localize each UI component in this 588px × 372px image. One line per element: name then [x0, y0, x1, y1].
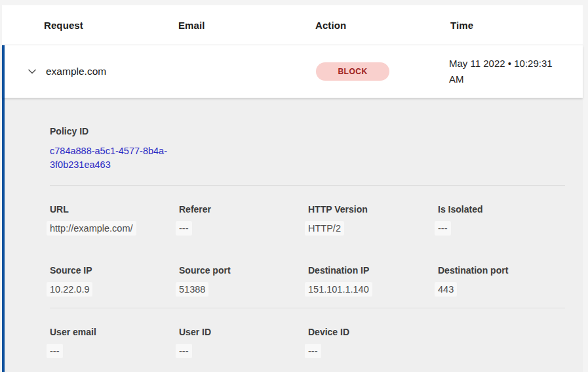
time-cell: May 11 2022 • 10:29:31 AM: [449, 56, 566, 87]
policy-id-link[interactable]: c784a888-a5c1-4577-8b4a-3f0b231ea463: [50, 144, 181, 172]
field-user-email: User email ---: [50, 327, 179, 369]
column-header-action: Action: [315, 20, 450, 31]
field-destination-ip: Destination IP 151.101.1.140: [308, 265, 438, 308]
table-header-row: Request Email Action Time: [2, 5, 583, 45]
expand-toggle[interactable]: [27, 66, 46, 77]
request-domain: example.com: [46, 66, 179, 77]
field-user-id: User ID ---: [179, 327, 308, 369]
policy-id-field: Policy ID c784a888-a5c1-4577-8b4a-3f0b23…: [50, 126, 565, 172]
table-row[interactable]: example.com BLOCK May 11 2022 • 10:29:31…: [2, 45, 583, 98]
action-cell: BLOCK: [316, 62, 449, 81]
field-spacer: [438, 327, 565, 369]
column-header-time: Time: [450, 20, 583, 31]
column-header-email: Email: [178, 20, 315, 31]
request-logs-table: Request Email Action Time example.com BL…: [0, 0, 588, 372]
field-is-isolated: Is Isolated ---: [438, 204, 565, 247]
chevron-down-icon: [27, 66, 37, 77]
field-device-id: Device ID ---: [308, 327, 438, 369]
field-url: URL http://example.com/: [50, 204, 179, 247]
row-detail-panel: Policy ID c784a888-a5c1-4577-8b4a-3f0b23…: [2, 98, 583, 372]
field-source-ip: Source IP 10.22.0.9: [50, 265, 179, 308]
detail-fields-group-2: User email --- User ID --- Device ID ---: [50, 308, 565, 369]
detail-fields-group-1: URL http://example.com/ Referer --- HTTP…: [50, 186, 565, 308]
field-referer: Referer ---: [179, 204, 308, 247]
field-destination-port: Destination port 443: [438, 265, 565, 308]
status-badge-block: BLOCK: [316, 62, 389, 81]
column-header-request: Request: [44, 20, 178, 31]
field-source-port: Source port 51388: [179, 265, 308, 308]
field-http-version: HTTP Version HTTP/2: [308, 204, 438, 247]
policy-id-label: Policy ID: [50, 126, 565, 136]
